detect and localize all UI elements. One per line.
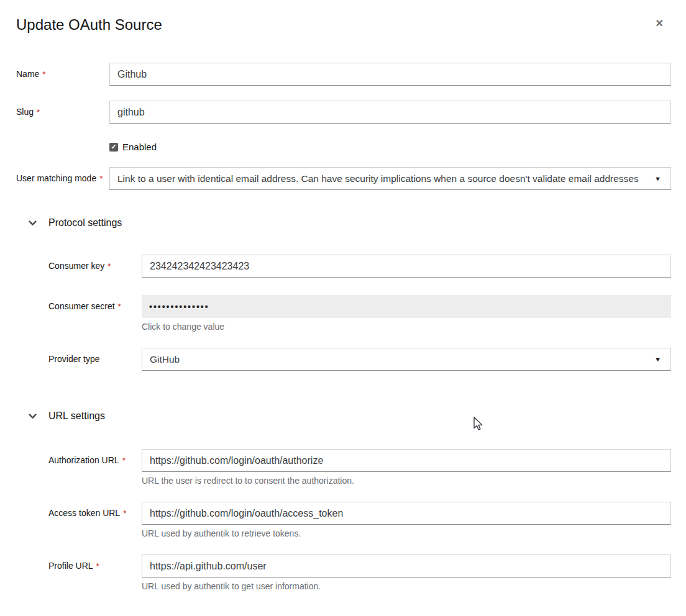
slug-label: Slug*: [16, 101, 109, 117]
consumer-secret-row: Consumer secret* •••••••••••••• Click to…: [16, 295, 671, 332]
dialog-title: Update OAuth Source: [16, 15, 162, 35]
caret-down-icon: ▼: [654, 176, 661, 182]
protocol-settings-section-header[interactable]: Protocol settings: [16, 217, 671, 229]
chevron-down-icon: [28, 412, 37, 420]
required-indicator: *: [37, 107, 40, 117]
user-matching-mode-value: Link to a user with identical email addr…: [117, 173, 649, 184]
profile-url-input[interactable]: [142, 555, 671, 578]
enabled-checkbox-row: ✓ Enabled: [109, 142, 671, 152]
url-settings-section-header[interactable]: URL settings: [16, 410, 671, 422]
provider-type-row: Provider type GitHub ▼: [16, 348, 671, 371]
checkmark-icon: ✓: [111, 143, 116, 150]
consumer-secret-helper: Click to change value: [142, 322, 671, 332]
url-settings-section-title: URL settings: [48, 410, 105, 422]
profile-url-helper: URL used by authentik to get user inform…: [142, 581, 671, 591]
slug-field-row: Slug*: [16, 101, 671, 124]
authorization-url-helper: URL the user is redirect to to consent t…: [142, 476, 671, 486]
required-indicator: *: [122, 456, 126, 465]
name-label: Name*: [16, 63, 109, 79]
consumer-secret-masked-field[interactable]: ••••••••••••••: [142, 295, 671, 318]
provider-type-value: GitHub: [150, 354, 649, 365]
consumer-secret-label: Consumer secret*: [48, 295, 142, 311]
required-indicator: *: [96, 561, 99, 571]
user-matching-mode-row: User matching mode* Link to a user with …: [16, 167, 671, 190]
user-matching-mode-select[interactable]: Link to a user with identical email addr…: [109, 167, 671, 190]
required-indicator: *: [107, 261, 111, 271]
consumer-key-input[interactable]: [142, 255, 671, 278]
name-input[interactable]: [109, 63, 671, 86]
access-token-url-input[interactable]: [142, 502, 671, 525]
enabled-checkbox[interactable]: ✓: [109, 143, 118, 152]
access-token-url-helper: URL used by authentik to retrieve tokens…: [142, 528, 671, 538]
provider-type-label: Provider type: [48, 348, 142, 364]
authorization-url-label: Authorization URL*: [48, 449, 142, 465]
close-icon[interactable]: ✕: [653, 16, 671, 31]
caret-down-icon: ▼: [654, 356, 661, 363]
consumer-key-label: Consumer key*: [48, 255, 142, 271]
protocol-settings-section-title: Protocol settings: [48, 217, 122, 229]
authorization-url-input[interactable]: [142, 449, 671, 472]
update-oauth-source-dialog: Update OAuth Source ✕ Name* Slug* ✓ Enab…: [0, 0, 686, 616]
enabled-checkbox-label[interactable]: Enabled: [122, 142, 157, 152]
access-token-url-label: Access token URL*: [48, 502, 142, 518]
name-field-row: Name*: [16, 63, 671, 86]
required-indicator: *: [118, 302, 121, 311]
profile-url-row: Profile URL* URL used by authentik to ge…: [16, 555, 671, 591]
dialog-header: Update OAuth Source ✕: [16, 15, 671, 35]
profile-url-label: Profile URL*: [48, 555, 142, 571]
user-matching-mode-label: User matching mode*: [16, 167, 109, 183]
required-indicator: *: [42, 70, 45, 79]
required-indicator: *: [123, 509, 126, 518]
chevron-down-icon: [28, 219, 37, 227]
authorization-url-row: Authorization URL* URL the user is redir…: [16, 449, 671, 486]
slug-input[interactable]: [109, 101, 671, 124]
access-token-url-row: Access token URL* URL used by authentik …: [16, 502, 671, 538]
provider-type-select[interactable]: GitHub ▼: [142, 348, 671, 371]
consumer-key-row: Consumer key*: [16, 255, 671, 278]
required-indicator: *: [99, 174, 103, 183]
